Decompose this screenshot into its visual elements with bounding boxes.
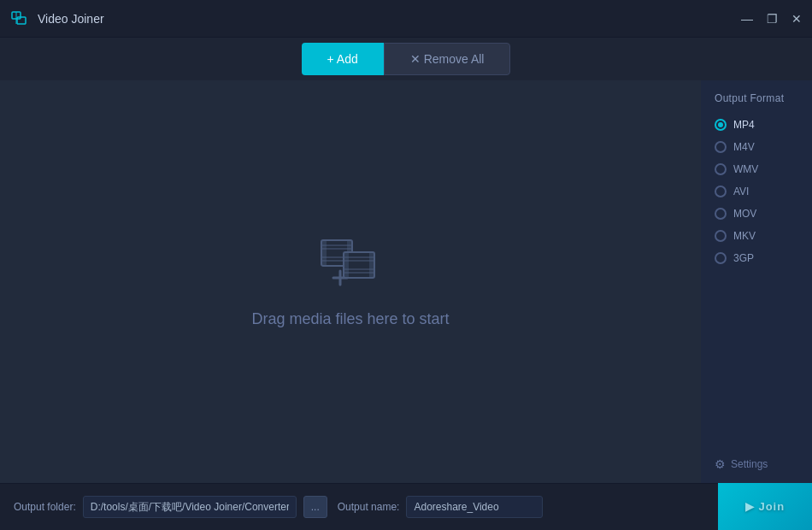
- svg-rect-1: [17, 17, 26, 24]
- settings-area[interactable]: ⚙ Settings: [715, 447, 798, 471]
- drop-area[interactable]: Drag media files here to start: [0, 80, 701, 483]
- right-panel: Output Format MP4 M4V WMV AVI MOV MK: [701, 80, 812, 483]
- app-icon: [10, 9, 31, 29]
- folder-label: Output folder:: [14, 501, 76, 513]
- format-label-mkv: MKV: [733, 230, 756, 242]
- add-button[interactable]: + Add: [302, 43, 384, 75]
- radio-avi[interactable]: [715, 186, 727, 197]
- radio-mkv[interactable]: [715, 230, 727, 242]
- remove-all-button[interactable]: ✕ Remove All: [384, 43, 511, 75]
- svg-rect-11: [344, 252, 349, 278]
- format-option-3gp[interactable]: 3GP: [715, 250, 798, 267]
- output-format-title: Output Format: [715, 92, 798, 104]
- bottom-bar: Output folder: ... Output name: ▶ Join: [0, 483, 812, 530]
- svg-rect-4: [321, 240, 327, 266]
- minimize-button[interactable]: —: [741, 12, 753, 26]
- name-field-group: Output name:: [338, 496, 544, 518]
- main-layout: Drag media files here to start Output Fo…: [0, 80, 812, 483]
- svg-rect-12: [369, 252, 374, 278]
- radio-wmv[interactable]: [715, 163, 727, 175]
- format-option-m4v[interactable]: M4V: [715, 138, 798, 156]
- format-option-mp4[interactable]: MP4: [715, 116, 798, 133]
- titlebar: Video Joiner — ❐ ✕: [0, 0, 812, 38]
- format-label-avi: AVI: [733, 186, 749, 197]
- restore-button[interactable]: ❐: [767, 12, 778, 26]
- join-button-area[interactable]: ▶ Join: [718, 483, 812, 530]
- folder-input[interactable]: [83, 496, 297, 518]
- folder-field-group: Output folder: ...: [14, 496, 327, 518]
- format-label-3gp: 3GP: [733, 252, 754, 264]
- radio-3gp[interactable]: [715, 252, 727, 264]
- format-label-m4v: M4V: [733, 141, 755, 153]
- radio-mov[interactable]: [715, 208, 727, 220]
- radio-m4v[interactable]: [715, 141, 727, 153]
- join-label: ▶ Join: [745, 500, 785, 513]
- format-label-mp4: MP4: [733, 119, 755, 131]
- drop-text: Drag media files here to start: [251, 310, 449, 328]
- drop-icon: [320, 235, 381, 295]
- settings-icon: ⚙: [715, 457, 726, 471]
- format-option-wmv[interactable]: WMV: [715, 161, 798, 178]
- format-label-mov: MOV: [733, 208, 756, 220]
- titlebar-left: Video Joiner: [10, 9, 104, 29]
- toolbar: + Add ✕ Remove All: [0, 38, 812, 80]
- name-label: Output name:: [338, 501, 400, 513]
- settings-label: Settings: [731, 458, 768, 470]
- app-title: Video Joiner: [38, 12, 104, 26]
- format-label-wmv: WMV: [733, 163, 758, 175]
- format-option-mkv[interactable]: MKV: [715, 227, 798, 244]
- name-input[interactable]: [406, 496, 543, 518]
- toolbar-buttons: + Add ✕ Remove All: [302, 43, 511, 75]
- format-option-mov[interactable]: MOV: [715, 205, 798, 222]
- close-button[interactable]: ✕: [791, 12, 802, 26]
- format-option-avi[interactable]: AVI: [715, 183, 798, 200]
- titlebar-controls: — ❐ ✕: [741, 12, 802, 26]
- browse-button[interactable]: ...: [303, 496, 327, 518]
- radio-mp4[interactable]: [715, 119, 727, 131]
